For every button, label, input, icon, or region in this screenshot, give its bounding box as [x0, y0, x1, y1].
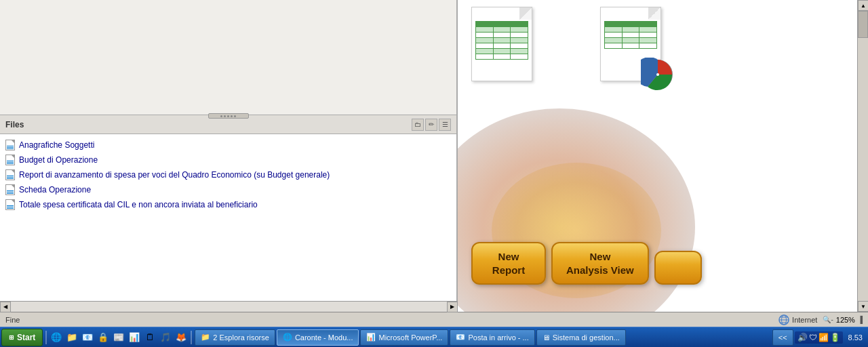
new-analysis-button[interactable]: New Analysis View — [551, 242, 649, 285]
taskbar-btn-sistema[interactable]: 🖥 Sistema di gestion... — [536, 329, 626, 346]
files-toolbar-btn-1[interactable]: 🗀 — [412, 119, 424, 131]
globe-icon — [778, 314, 789, 325]
zoom-controls: 🔍- 125% ▐ — [823, 316, 863, 324]
file-item-4[interactable]: Totale spesa certificata dal CIL e non a… — [3, 198, 454, 211]
doc-lines-2 — [604, 21, 657, 49]
spreadsheet-paper-1 — [471, 7, 532, 81]
doc-icons-area — [471, 0, 861, 88]
doc-fold-1 — [519, 7, 532, 20]
app-icon-5[interactable]: 🗒 — [143, 331, 157, 344]
horizontal-scrollbar[interactable]: ◀ ▶ — [0, 301, 458, 312]
scroll-down-btn[interactable]: ▼ — [858, 301, 868, 312]
doc-fold-2 — [648, 7, 660, 20]
top-preview-area — [0, 0, 456, 115]
internet-label: Internet — [792, 316, 817, 324]
taskbar-btn-caronte-label: Caronte - Modu... — [295, 333, 353, 342]
app-icon-1[interactable]: 📧 — [81, 331, 94, 344]
files-toolbar: 🗀 ✏ ☰ — [412, 119, 451, 131]
file-item-label-4: Totale spesa certificata dal CIL e non a… — [19, 200, 258, 209]
extra-button[interactable] — [654, 251, 702, 285]
taskbar-btn-powerpoint[interactable]: 📊 Microsoft PowerP... — [360, 329, 448, 346]
explorer-icon[interactable]: 📁 — [65, 331, 79, 344]
left-panel: Files 🗀 ✏ ☰ Anagrafic — [0, 0, 458, 312]
start-label: Start — [17, 333, 35, 342]
files-toolbar-btn-2[interactable]: ✏ — [425, 119, 437, 131]
file-item-label-1: Budget di Operazione — [19, 155, 98, 165]
app-icon-7[interactable]: 🦊 — [174, 331, 188, 344]
taskbar-btn-mail[interactable]: 📧 Posta in arrivo - ... — [450, 329, 534, 346]
status-right: Internet 🔍- 125% ▐ — [778, 314, 863, 325]
files-list: Anagrafiche Soggetti Budget di Operazion… — [0, 134, 456, 216]
file-item-2[interactable]: Report di avanzamento di spesa per voci … — [3, 168, 454, 182]
file-item-0[interactable]: Anagrafiche Soggetti — [3, 138, 454, 152]
new-report-label: New Report — [486, 250, 531, 277]
tray-icon-1[interactable]: 🔊 — [797, 333, 808, 342]
zoom-decrease-btn[interactable]: 🔍- — [823, 316, 833, 323]
file-item-1[interactable]: Budget di Operazione — [3, 153, 454, 167]
status-bar: Fine Internet 🔍- 125% ▐ — [0, 312, 868, 327]
spreadsheet-icon-1 — [471, 7, 539, 88]
app-icon-3[interactable]: 📰 — [112, 331, 125, 344]
tray-icon-3[interactable]: 📶 — [818, 333, 829, 342]
taskbar-overflow-btn[interactable]: << — [772, 329, 793, 346]
file-item-label-2: Report di avanzamento di spesa per voci … — [19, 170, 330, 180]
file-item-3[interactable]: Scheda Operazione — [3, 183, 454, 197]
spreadsheet-icon-2 — [600, 7, 668, 88]
file-icon-4 — [5, 199, 16, 210]
taskbar-right: << 🔊 🛡 📶 🔋 8.53 — [772, 329, 867, 346]
app-icon-6[interactable]: 🎵 — [159, 331, 172, 344]
file-item-label-3: Scheda Operazione — [19, 185, 91, 195]
hscroll-left-btn[interactable]: ◀ — [0, 302, 11, 312]
action-buttons-area: New Report New Analysis View — [471, 242, 861, 285]
right-panel: New Report New Analysis View ▲ ▼ — [458, 0, 868, 312]
file-icon-0 — [5, 140, 16, 150]
zoom-level: 125% — [836, 316, 855, 324]
taskbar-overflow-label: << — [778, 333, 787, 342]
doc-table-1 — [475, 21, 528, 60]
tray-icon-4[interactable]: 🔋 — [830, 333, 840, 342]
taskbar-separator-1 — [45, 331, 47, 344]
svg-point-1 — [656, 73, 659, 76]
hscroll-right-btn[interactable]: ▶ — [447, 302, 458, 312]
scroll-thumb[interactable] — [858, 11, 868, 38]
start-button[interactable]: ⊞ Start — [1, 329, 43, 346]
files-title: Files — [5, 120, 24, 129]
files-toolbar-btn-3[interactable]: ☰ — [439, 119, 451, 131]
new-report-button[interactable]: New Report — [471, 242, 546, 285]
new-analysis-label: New Analysis View — [566, 250, 634, 277]
taskbar-btn-explorer[interactable]: 📁 2 Esplora risorse — [195, 329, 275, 346]
file-icon-2 — [5, 169, 16, 180]
files-section: Files 🗀 ✏ ☰ Anagrafic — [0, 115, 456, 301]
app-icon-2[interactable]: 🔒 — [96, 331, 110, 344]
taskbar-clock: 8.53 — [844, 333, 867, 342]
taskbar-btn-mail-label: Posta in arrivo - ... — [468, 333, 528, 342]
taskbar-btn-powerpoint-label: Microsoft PowerP... — [378, 333, 442, 342]
status-text: Fine — [5, 316, 776, 324]
ie-icon[interactable]: 🌐 — [50, 331, 63, 344]
scroll-up-btn[interactable]: ▲ — [858, 0, 868, 11]
zoom-slider[interactable]: ▐ — [858, 316, 863, 323]
tray-icon-2[interactable]: 🛡 — [809, 333, 817, 342]
splitter-handle[interactable] — [208, 113, 249, 119]
taskbar-btn-explorer-label: 2 Esplora risorse — [213, 333, 269, 342]
internet-status: Internet — [778, 314, 817, 325]
doc-table-2 — [604, 21, 657, 49]
taskbar: ⊞ Start 🌐 📁 📧 🔒 📰 📊 🗒 🎵 🦊 📁 2 Esplora ri… — [0, 327, 868, 347]
scroll-track — [858, 11, 868, 301]
taskbar-btn-caronte[interactable]: 🌐 Caronte - Modu... — [277, 329, 359, 346]
pie-chart-svg — [641, 58, 675, 91]
doc-lines-1 — [475, 21, 528, 60]
right-scrollbar[interactable]: ▲ ▼ — [857, 0, 868, 312]
file-icon-3 — [5, 184, 16, 195]
file-item-label-0: Anagrafiche Soggetti — [19, 140, 94, 150]
taskbar-system-tray: 🔊 🛡 📶 🔋 — [795, 331, 843, 344]
app-icon-4[interactable]: 📊 — [127, 331, 141, 344]
quick-launch-icons: 🌐 📁 📧 🔒 📰 📊 🗒 🎵 🦊 — [50, 331, 188, 344]
hscroll-track — [11, 302, 447, 312]
file-icon-1 — [5, 155, 16, 165]
taskbar-btn-sistema-label: Sistema di gestion... — [553, 333, 620, 342]
taskbar-separator-2 — [191, 331, 192, 344]
